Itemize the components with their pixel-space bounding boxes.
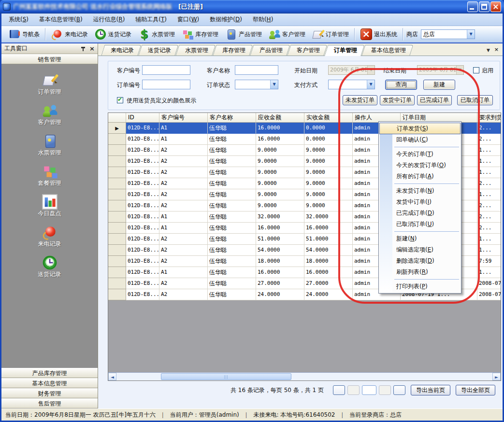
sidebar-item[interactable]: 今日盘点	[1, 192, 98, 222]
context-menu-item[interactable]: 订单发货(S)	[379, 123, 461, 134]
row-selector-cell[interactable]	[108, 256, 126, 267]
toolbar-button[interactable]: 来电记录	[48, 27, 91, 42]
menu-item[interactable]: 窗口(W)	[172, 14, 204, 25]
column-header[interactable]: 客户编号	[159, 113, 208, 122]
column-header[interactable]: ID	[126, 113, 159, 122]
pager-button[interactable]	[333, 385, 345, 395]
row-selector-cell[interactable]	[108, 223, 126, 234]
close-button[interactable]: ×	[490, 1, 501, 12]
sidebar-section[interactable]: 产品库存管理	[1, 368, 98, 378]
context-menu-item[interactable]: 新建(N)	[379, 233, 461, 244]
context-menu-item[interactable]	[379, 278, 461, 281]
toolbar-button[interactable]: 水票管理	[135, 27, 178, 42]
tab[interactable]: 库存管理	[215, 45, 251, 56]
context-menu-item[interactable]: 已完成订单(D)	[379, 208, 461, 219]
row-selector-cell[interactable]	[108, 178, 126, 189]
order-code-input[interactable]	[142, 80, 190, 89]
pay-method-select[interactable]: ▼	[328, 80, 375, 89]
start-date-picker[interactable]: 2009年 6月 8日 ▼	[328, 65, 375, 75]
toolbar-button[interactable]: 导航条	[5, 27, 43, 42]
context-menu-item[interactable]: 打印列表(P)	[379, 281, 461, 292]
minimize-button[interactable]	[467, 1, 478, 12]
menu-item[interactable]: 数据维护(D)	[204, 14, 247, 25]
filter-completed-button[interactable]: 已完成订单	[417, 95, 452, 105]
context-menu-item[interactable]: 所有的订单(A)	[379, 171, 461, 182]
pager-button[interactable]	[393, 385, 405, 395]
context-menu-item[interactable]: 已取消订单(U)	[379, 219, 461, 230]
context-menu-item[interactable]: 回单确认(C)	[379, 134, 461, 145]
row-selector-cell[interactable]	[108, 167, 126, 178]
toolbar-button[interactable]: 订单管理	[309, 27, 352, 42]
tab[interactable]: 产品管理	[252, 45, 288, 56]
pin-icon[interactable]	[81, 46, 86, 51]
column-header[interactable]: 应收金额	[256, 113, 304, 122]
row-selector-cell[interactable]	[108, 245, 126, 256]
maximize-button[interactable]	[479, 1, 490, 12]
pager-button[interactable]	[347, 385, 360, 395]
sidebar-item[interactable]: 水票管理	[1, 131, 98, 161]
sidebar-item[interactable]: 送货记录	[1, 253, 98, 283]
dropdown-arrow-icon[interactable]: ▼	[467, 30, 475, 39]
tab-close-icon[interactable]: ×	[494, 46, 499, 53]
row-selector-cell[interactable]	[108, 200, 126, 211]
sidebar-close-icon[interactable]: ×	[89, 46, 95, 51]
row-selector-cell[interactable]	[108, 134, 126, 145]
sidebar-section[interactable]: 售后管理	[1, 398, 98, 408]
enable-dates-checkbox[interactable]	[473, 67, 479, 73]
row-selector-cell[interactable]	[108, 156, 126, 167]
pager-button[interactable]	[379, 385, 391, 395]
tab-list-dropdown-icon[interactable]: ▼	[487, 46, 490, 54]
row-selector-cell[interactable]	[108, 289, 126, 300]
context-menu-item[interactable]: 未发货订单(N)	[379, 185, 461, 197]
sidebar-item[interactable]: 套餐管理	[1, 161, 98, 192]
query-button[interactable]: 查询	[385, 80, 417, 90]
horizontal-scrollbar[interactable]: ◄ ►	[108, 372, 501, 380]
toolbar-button[interactable]: 送货记录	[91, 27, 135, 42]
scrollbar-thumb[interactable]	[161, 373, 291, 380]
row-selector-cell[interactable]	[108, 123, 126, 134]
sidebar-item[interactable]: 来电记录	[1, 222, 98, 253]
end-date-picker[interactable]: 2009年 6月 8日 ▼	[417, 65, 464, 75]
menu-item[interactable]: 基本信息管理(B)	[34, 14, 88, 25]
filter-unshipped-button[interactable]: 未发货订单	[343, 95, 377, 105]
tab[interactable]: 来电记录	[103, 45, 140, 56]
column-header[interactable]: 要求到货日期	[477, 113, 501, 122]
menu-item[interactable]: 帮助(H)	[247, 14, 278, 25]
context-menu-item[interactable]: 删除选定项(D)	[379, 255, 461, 267]
order-status-select[interactable]: ▼	[235, 80, 278, 89]
menu-item[interactable]: 辅助工具(T)	[130, 14, 172, 25]
context-menu-item[interactable]: 今天的发货订单(O)	[379, 160, 461, 171]
customer-code-input[interactable]	[142, 65, 190, 75]
tab[interactable]: 水票管理	[177, 45, 214, 56]
shop-select[interactable]: 总店 ▼	[421, 29, 475, 39]
row-selector-cell[interactable]	[108, 145, 126, 156]
context-menu-item[interactable]: 发货中订单(I)	[379, 197, 461, 208]
toolbar-button[interactable]: 客户管理	[265, 27, 309, 42]
toolbar-button[interactable]: 产品管理	[222, 27, 265, 42]
new-button[interactable]: 新建	[423, 80, 455, 90]
scroll-left-icon[interactable]: ◄	[108, 373, 116, 380]
row-selector-cell[interactable]	[108, 278, 126, 289]
column-header[interactable]: 客户名称	[208, 113, 256, 122]
toolbar-button[interactable]: 库存管理	[178, 27, 222, 42]
filter-shipping-button[interactable]: 发货中订单	[380, 95, 415, 105]
row-selector-cell[interactable]	[108, 234, 126, 245]
column-header[interactable]: 实收金额	[304, 113, 353, 122]
toolbar-button[interactable]	[354, 28, 355, 41]
export-all-pages-button[interactable]: 导出全部页	[456, 385, 495, 395]
toolbar-button[interactable]: 退出系统	[357, 27, 401, 42]
tab[interactable]: 订单管理	[326, 45, 363, 56]
sidebar-section-sales[interactable]: 销售管理	[1, 54, 98, 64]
toolbar-button[interactable]	[45, 28, 46, 41]
export-current-page-button[interactable]: 导出当前页	[411, 385, 450, 395]
context-menu-item[interactable]: 刷新列表(R)	[379, 267, 461, 278]
sidebar-section[interactable]: 财务管理	[1, 388, 98, 398]
context-menu-item[interactable]: 编辑选定项(E)	[379, 244, 461, 255]
sidebar-item[interactable]: 订单管理	[1, 70, 98, 100]
tab[interactable]: 基本信息管理	[363, 45, 412, 56]
context-menu-item[interactable]	[379, 230, 461, 233]
scroll-right-icon[interactable]: ►	[492, 373, 501, 380]
context-menu-item[interactable]	[379, 182, 461, 185]
context-menu-item[interactable]: 今天的订单(T)	[379, 149, 461, 160]
menu-item[interactable]: 系统(S)	[3, 14, 34, 25]
